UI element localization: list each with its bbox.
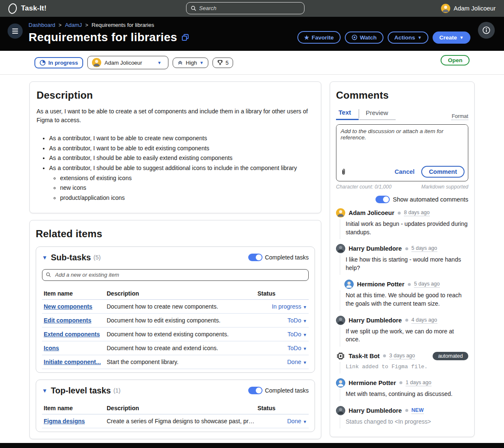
- avatar: [336, 316, 345, 325]
- chevron-right-icon: >: [59, 22, 62, 28]
- avatar: [336, 208, 345, 217]
- avatar: [336, 406, 345, 415]
- table-row: Figma designs Create a series of Figma d…: [42, 414, 309, 428]
- trophy-icon: [217, 60, 223, 65]
- bullet: As a contributor, I should be able to su…: [49, 164, 314, 203]
- comment-time[interactable]: 3 days ago: [389, 353, 415, 359]
- item-link[interactable]: Extend components: [44, 331, 107, 338]
- col-status: Status: [257, 290, 307, 297]
- item-link[interactable]: Figma designs: [44, 418, 107, 424]
- comments-title: Comments: [336, 89, 468, 101]
- add-item-input[interactable]: [42, 269, 309, 281]
- priority-dropdown[interactable]: High ▼: [173, 58, 208, 68]
- paperclip-icon[interactable]: [341, 168, 346, 175]
- completed-tasks-toggle[interactable]: [248, 387, 262, 394]
- comment-submit-button[interactable]: Comment: [421, 166, 465, 178]
- status-dropdown[interactable]: In progress ▼: [257, 303, 307, 310]
- status-dropdown[interactable]: Done ▼: [257, 359, 307, 365]
- status-dropdown[interactable]: ToDo ▼: [257, 345, 307, 351]
- status-dropdown[interactable]: ToDo ▼: [257, 331, 307, 338]
- sub-bullet: product/application icons: [60, 194, 314, 203]
- table-row: Initiate component... Start the componen…: [42, 355, 309, 369]
- chevron-down-icon: ▼: [200, 60, 204, 65]
- comment-new-badge[interactable]: NEW: [412, 407, 424, 414]
- comment-input[interactable]: [336, 125, 468, 162]
- comment-time[interactable]: 5 days ago: [412, 245, 437, 252]
- favorite-button[interactable]: ★ Favorite: [297, 31, 341, 44]
- collapse-icon[interactable]: ▼: [42, 254, 47, 261]
- table-row: Icons Document how to create and extend …: [42, 341, 309, 355]
- tab-preview[interactable]: Preview: [359, 107, 396, 120]
- comment-body: Status changed to <In progress>: [340, 417, 468, 429]
- comment-time[interactable]: 5 days ago: [414, 281, 440, 288]
- watch-icon: [352, 34, 357, 40]
- table-row: Extend components Document how to extend…: [42, 327, 309, 341]
- copy-link-icon[interactable]: [181, 34, 189, 41]
- comment-time[interactable]: 8 days ago: [404, 210, 430, 216]
- comment-time[interactable]: 4 days ago: [412, 317, 437, 324]
- toplevel-count: (1): [113, 387, 121, 394]
- toplevel-tasks-section: ▼ Top-level tasks (1) Completed tasks It…: [36, 380, 315, 432]
- chevron-down-icon: ▼: [303, 360, 307, 365]
- comment-body: Link added to Figma file.: [340, 362, 468, 373]
- assignee-dropdown[interactable]: Adam Jolicoeur ▼: [87, 56, 169, 69]
- status-dropdown[interactable]: Done ▼: [257, 418, 307, 424]
- breadcrumb-adamj[interactable]: AdamJ: [65, 22, 82, 28]
- clock-icon: [39, 60, 46, 66]
- breadcrumb: Dashboard > AdamJ > Requirements for lib…: [29, 22, 496, 28]
- user-avatar: [441, 4, 450, 13]
- comment-author: Adam Jolicoeur: [349, 210, 394, 216]
- description-card: Description As a user, I want to be able…: [29, 81, 321, 213]
- page-title: Requirements for libraries: [29, 31, 177, 44]
- tab-text[interactable]: Text: [336, 107, 359, 120]
- cancel-button[interactable]: Cancel: [395, 168, 415, 175]
- dot-icon: [405, 409, 408, 412]
- status-dropdown[interactable]: ToDo ▼: [257, 317, 307, 324]
- item-link[interactable]: New components: [44, 303, 107, 310]
- watch-button[interactable]: Watch: [345, 31, 383, 44]
- item-link[interactable]: Initiate component...: [44, 359, 107, 365]
- dot-icon: [399, 381, 402, 384]
- comment-body: I like how this is starting - would more…: [340, 255, 468, 275]
- item-link[interactable]: Edit components: [44, 317, 107, 324]
- points-chip[interactable]: 5: [213, 58, 233, 68]
- info-button[interactable]: [478, 22, 495, 39]
- comment-body: Not at this time. We should be good to r…: [340, 291, 468, 310]
- create-button[interactable]: Create ▼: [433, 31, 470, 44]
- dot-icon: [383, 354, 386, 357]
- col-status: Status: [257, 405, 307, 411]
- menu-button[interactable]: [8, 24, 23, 39]
- sub-bullet: new icons: [60, 183, 314, 193]
- topbar: Task-It! Adam Jolicoeur: [0, 0, 504, 17]
- search-input[interactable]: [199, 5, 300, 11]
- show-automated-toggle[interactable]: [375, 196, 390, 203]
- char-count: Character count: 0/1,000: [336, 184, 391, 190]
- comment-body: If we split up the work, we can do more …: [340, 327, 468, 346]
- bullet: As a contributor, I want to be able to c…: [49, 134, 314, 143]
- completed-tasks-toggle[interactable]: [248, 254, 262, 261]
- user-menu[interactable]: Adam Jolicoeur: [441, 4, 496, 13]
- dot-icon: [405, 247, 408, 250]
- actions-button[interactable]: Actions ▼: [388, 31, 428, 44]
- item-link[interactable]: Icons: [44, 345, 107, 351]
- app-logo-icon: [7, 2, 18, 14]
- format-link[interactable]: Format: [452, 113, 468, 120]
- chevron-down-icon: ▼: [417, 35, 422, 40]
- comment-time[interactable]: 1 days ago: [406, 380, 431, 386]
- breadcrumb-dashboard[interactable]: Dashboard: [29, 22, 55, 28]
- state-badge: Open: [441, 55, 470, 65]
- description-intro: As a user, I want to be able to create a…: [37, 107, 314, 125]
- comments-card: Comments Text Preview Format Cancel Comm…: [330, 81, 475, 437]
- status-chip[interactable]: In progress: [34, 57, 83, 68]
- comment-author: Harry Dumbledore: [349, 407, 402, 414]
- footer-bar: [0, 443, 504, 448]
- page: Task-It! Adam Jolicoeur Dashboard > A: [0, 0, 504, 448]
- global-search[interactable]: [186, 2, 304, 14]
- collapse-icon[interactable]: ▼: [42, 388, 47, 394]
- breadcrumb-current: Requirements for libraries: [92, 22, 154, 28]
- comment-item: Hermione Potter 1 days ago Met with team…: [336, 378, 468, 401]
- comment-editor: Cancel Comment: [336, 124, 468, 181]
- dot-icon: [405, 319, 408, 322]
- comment-item-reply: Hermione Potter 5 days ago Not at this t…: [336, 280, 468, 310]
- col-description: Description: [107, 405, 257, 411]
